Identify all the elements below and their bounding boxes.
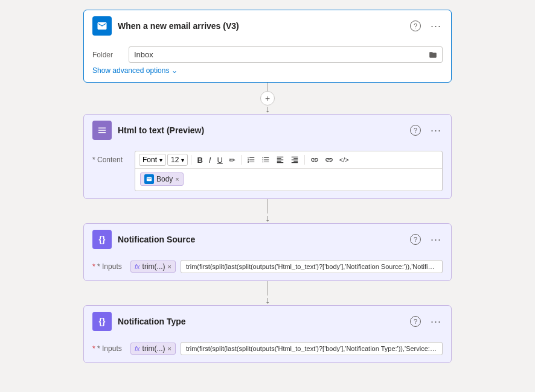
html-to-text-title: Html to text (Preview) [118, 125, 403, 135]
notification-type-more-button[interactable]: ··· [429, 314, 443, 329]
plus-icon-1: + [265, 93, 270, 103]
bold-button[interactable]: B [194, 154, 205, 166]
font-label: Font [143, 156, 157, 164]
font-size-value: 12 [171, 156, 179, 164]
font-dropdown[interactable]: Font [139, 154, 166, 166]
align-right-icon [290, 156, 299, 164]
html-to-text-actions: ? ··· [409, 123, 443, 138]
editor-content[interactable]: Body × [135, 169, 442, 191]
align-left-icon [276, 156, 284, 164]
underline-button[interactable]: U [214, 154, 225, 166]
notification-source-card: {} Notification Source ? ··· * * Inputs … [83, 223, 452, 281]
font-size-chevron-icon [181, 156, 184, 164]
ordered-list-button[interactable] [245, 154, 258, 165]
trigger-card-header: When a new email arrives (V3) ? ··· [84, 10, 451, 42]
html-more-button[interactable]: ··· [429, 123, 443, 138]
toolbar-sep-1 [191, 155, 191, 165]
notification-source-header: {} Notification Source ? ··· [84, 224, 451, 255]
trigger-title: When a new email arrives (V3) [118, 21, 403, 31]
notification-type-icon: {} [92, 312, 112, 331]
flow-canvas: When a new email arrives (V3) ? ··· Fold… [12, 10, 523, 363]
trigger-card: When a new email arrives (V3) ? ··· Fold… [83, 10, 452, 83]
align-left-button[interactable] [274, 154, 287, 165]
trigger-more-button[interactable]: ··· [429, 19, 443, 34]
trigger-card-body: Folder Inbox Show advanced options ⌄ [84, 42, 451, 82]
content-row: * Content Font 12 B I U ✏ [84, 146, 451, 198]
folder-row: Folder Inbox [92, 46, 443, 63]
body-tag-label: Body [156, 175, 173, 183]
notification-source-more-icon: ··· [431, 233, 441, 246]
notification-type-expression[interactable]: trim(first(split(last(split(outputs('Htm… [181, 342, 443, 355]
html-to-text-card: Html to text (Preview) ? ··· * Content F… [83, 114, 452, 199]
notification-source-inputs-label: * * Inputs [92, 262, 126, 271]
arrow-head-2: ↓ [265, 213, 270, 223]
trim-close-icon-2[interactable]: × [168, 345, 171, 352]
notification-source-expression[interactable]: trim(first(split(last(split(outputs('Htm… [181, 260, 443, 273]
content-label: * Content [92, 156, 129, 164]
body-tag-pill[interactable]: Body × [140, 172, 184, 186]
notification-type-inputs-row: * * Inputs fx trim(...) × trim(first(spl… [84, 337, 451, 362]
ordered-list-icon [247, 156, 255, 164]
toolbar-sep-2 [241, 155, 242, 165]
code-icon: </> [339, 156, 349, 163]
notification-type-actions: ? ··· [409, 314, 443, 329]
notification-source-trim-label: trim(...) [143, 262, 165, 271]
unlink-button[interactable] [322, 154, 336, 165]
show-advanced-label: Show advanced options [92, 66, 169, 75]
notification-source-help-icon: ? [410, 234, 421, 245]
notification-source-actions: ? ··· [409, 232, 443, 247]
unlink-icon [325, 156, 333, 164]
notification-source-icon-label: {} [99, 235, 106, 244]
html-help-button[interactable]: ? [409, 124, 422, 137]
link-icon [310, 156, 319, 164]
underline-icon: U [217, 156, 222, 165]
font-size-dropdown[interactable]: 12 [167, 154, 188, 166]
arrow-2: ↓ [265, 199, 270, 223]
notification-source-help-button[interactable]: ? [409, 233, 422, 246]
italic-icon: I [209, 156, 211, 165]
trigger-help-button[interactable]: ? [409, 19, 422, 33]
italic-button[interactable]: I [207, 154, 214, 166]
inputs-label-text-2: * Inputs [97, 344, 122, 353]
toolbar-sep-3 [304, 155, 305, 165]
fx-icon-1: fx [135, 263, 140, 270]
html-to-text-icon [92, 121, 112, 140]
notification-type-help-button[interactable]: ? [409, 315, 422, 328]
required-star-2: * [92, 344, 97, 353]
show-advanced-chevron-icon: ⌄ [171, 66, 178, 75]
folder-browse-icon [429, 51, 437, 59]
notification-type-header: {} Notification Type ? ··· [84, 306, 451, 337]
folder-value: Inbox [134, 50, 153, 59]
show-advanced-button[interactable]: Show advanced options ⌄ [92, 66, 178, 75]
notification-type-inputs-label: * * Inputs [92, 344, 126, 353]
html-to-text-header: Html to text (Preview) ? ··· [84, 115, 451, 146]
arrow-head-3: ↓ [265, 296, 270, 305]
notification-source-more-button[interactable]: ··· [429, 232, 443, 247]
trigger-header-actions: ? ··· [409, 19, 443, 34]
arrow-line-3 [267, 281, 268, 296]
link-button[interactable] [308, 154, 321, 165]
notification-source-fx-pill[interactable]: fx trim(...) × [130, 261, 176, 273]
notification-source-icon: {} [92, 230, 112, 249]
html-icon-svg [97, 125, 107, 136]
notification-type-card: {} Notification Type ? ··· * * Inputs fx… [83, 305, 452, 363]
trim-close-icon-1[interactable]: × [168, 263, 171, 270]
folder-input[interactable]: Inbox [129, 46, 443, 63]
trigger-icon [92, 16, 112, 36]
add-step-button-1[interactable]: + [260, 91, 275, 106]
editor-area: Font 12 B I U ✏ [135, 151, 443, 191]
pen-button[interactable]: ✏ [226, 154, 238, 166]
pen-icon: ✏ [229, 156, 235, 165]
unordered-list-button[interactable] [259, 154, 272, 165]
notification-type-fx-pill[interactable]: fx trim(...) × [130, 343, 176, 355]
notification-type-icon-label: {} [99, 317, 106, 326]
html-more-icon: ··· [431, 124, 441, 137]
fx-icon-2: fx [135, 345, 140, 352]
font-chevron-icon [159, 156, 162, 164]
align-right-button[interactable] [288, 154, 301, 165]
code-button[interactable]: </> [337, 155, 351, 165]
body-tag-close-icon[interactable]: × [175, 175, 179, 183]
connector-1: + ↓ [265, 83, 270, 114]
unordered-list-icon [261, 156, 270, 164]
inputs-label-text-1: * Inputs [97, 262, 122, 271]
